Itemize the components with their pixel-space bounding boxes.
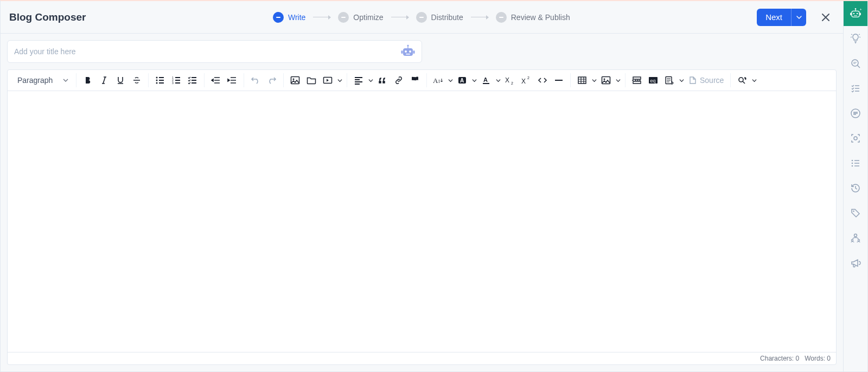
svg-point-47	[852, 163, 853, 164]
history-icon	[850, 183, 861, 194]
font-color-button[interactable]: A	[478, 72, 494, 88]
flag-icon	[410, 76, 420, 85]
bold-button[interactable]	[80, 72, 96, 88]
strikethrough-button[interactable]	[129, 72, 145, 88]
next-button[interactable]: Next	[757, 9, 791, 26]
insert-image2-button[interactable]	[598, 72, 614, 88]
align-left-icon	[354, 76, 363, 85]
step-optimize[interactable]: Optimize	[338, 12, 383, 23]
svg-text:X: X	[505, 76, 509, 84]
svg-text:A: A	[460, 78, 464, 84]
tag-icon	[850, 208, 861, 219]
superscript-icon: X2	[521, 76, 532, 85]
title-input[interactable]	[13, 44, 394, 59]
special-char-button[interactable]: eq	[645, 72, 661, 88]
ai-generate-title-button[interactable]	[400, 44, 416, 59]
font-size-icon: AI	[433, 76, 444, 85]
list-check-icon	[850, 83, 861, 94]
main-column: Blog Composer Write Optimize Distribute	[1, 1, 844, 371]
file-browser-button[interactable]	[303, 72, 320, 88]
svg-rect-37	[850, 12, 851, 15]
svg-text:eq: eq	[650, 78, 656, 84]
editor-content-area[interactable]	[8, 91, 836, 352]
rail-promote[interactable]	[844, 251, 867, 275]
rail-history[interactable]	[844, 176, 867, 201]
blockquote-button[interactable]	[374, 72, 391, 88]
templates-button[interactable]	[661, 72, 678, 88]
strikethrough-icon	[132, 76, 141, 85]
app-frame: Blog Composer Write Optimize Distribute	[0, 0, 868, 372]
rail-outline[interactable]	[844, 76, 867, 101]
redo-button[interactable]	[264, 72, 280, 88]
font-size-dropdown[interactable]	[446, 78, 454, 83]
italic-button[interactable]	[96, 72, 112, 88]
step-label: Review & Publish	[511, 13, 570, 22]
flag-button[interactable]	[407, 72, 423, 88]
numbered-list-button[interactable]: 123	[168, 72, 184, 88]
subscript-icon: X2	[505, 76, 515, 85]
indent-button[interactable]	[224, 72, 240, 88]
font-size-button[interactable]: AI	[430, 72, 446, 88]
bold-icon	[84, 76, 92, 85]
rail-focus[interactable]	[844, 126, 867, 151]
undo-button[interactable]	[247, 72, 264, 88]
superscript-button[interactable]: X2	[518, 72, 534, 88]
step-label: Write	[288, 13, 305, 22]
table-button[interactable]	[574, 72, 590, 88]
rail-tags[interactable]	[844, 201, 867, 226]
source-button[interactable]: Source	[685, 72, 727, 88]
chevron-down-icon	[752, 78, 757, 83]
code-button[interactable]	[534, 72, 551, 88]
insert-media-dropdown[interactable]	[336, 78, 343, 83]
rail-notes[interactable]	[844, 101, 867, 126]
insert-media-button[interactable]	[320, 72, 336, 88]
highlight-color-button[interactable]: A	[454, 72, 470, 88]
step-distribute[interactable]: Distribute	[416, 12, 463, 23]
rail-seo[interactable]	[844, 51, 867, 76]
templates-icon	[664, 76, 675, 85]
image-icon	[290, 76, 300, 85]
link-button[interactable]	[391, 72, 407, 88]
table-dropdown[interactable]	[590, 78, 598, 83]
svg-rect-4	[413, 50, 414, 54]
font-color-icon: A	[481, 76, 491, 85]
robot-icon: +	[849, 8, 862, 20]
subscript-button[interactable]: X2	[502, 72, 518, 88]
users-icon	[850, 233, 861, 243]
rail-revisions[interactable]	[844, 151, 867, 176]
find-replace-button[interactable]	[734, 72, 750, 88]
svg-rect-22	[483, 83, 489, 84]
page-break-button[interactable]	[629, 72, 645, 88]
list-check-icon	[188, 76, 197, 85]
next-button-dropdown[interactable]	[791, 9, 806, 26]
checklist-button[interactable]	[184, 72, 201, 88]
bulleted-list-button[interactable]	[152, 72, 168, 88]
align-button[interactable]	[350, 72, 367, 88]
svg-point-50	[854, 234, 857, 237]
italic-icon	[100, 76, 108, 85]
close-button[interactable]	[817, 9, 834, 26]
horizontal-rule-button[interactable]	[551, 72, 567, 88]
rail-collab[interactable]	[844, 226, 867, 251]
find-replace-dropdown[interactable]	[750, 78, 758, 83]
paragraph-format-select[interactable]: Paragraph	[13, 74, 73, 87]
insert-image-button[interactable]	[287, 72, 303, 88]
rail-ai-assist[interactable]: +	[844, 1, 867, 26]
special-char-icon: eq	[648, 76, 659, 85]
outdent-button[interactable]	[208, 72, 224, 88]
rail-ideas[interactable]	[844, 26, 867, 51]
step-write[interactable]: Write	[273, 12, 305, 23]
insert-image2-dropdown[interactable]	[614, 78, 622, 83]
step-review-publish[interactable]: Review & Publish	[496, 12, 570, 23]
templates-dropdown[interactable]	[678, 78, 685, 83]
chevron-down-icon	[679, 78, 684, 83]
highlight-color-dropdown[interactable]	[470, 78, 478, 83]
indent-icon	[227, 76, 237, 85]
underline-button[interactable]	[112, 72, 129, 88]
title-input-container	[7, 40, 422, 63]
font-color-dropdown[interactable]	[494, 78, 502, 83]
list-ul-icon	[155, 76, 165, 85]
align-dropdown[interactable]	[367, 78, 374, 83]
chevron-down-icon	[472, 78, 477, 83]
step-circle-icon	[416, 12, 427, 23]
